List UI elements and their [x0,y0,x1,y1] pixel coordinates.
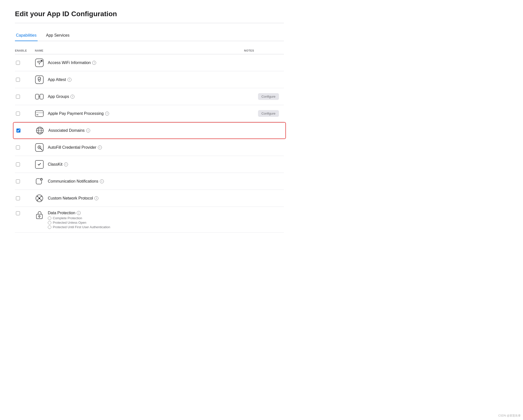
enable-cell-apple-pay [15,112,35,116]
table-header: ENABLE NAME NOTES [15,46,284,54]
label-apple-pay: Apple Pay Payment Processing i [48,111,109,116]
wifi-icon: Q [35,58,44,67]
app-attest-icon [35,75,44,84]
associated-domains-icon [35,126,44,135]
row-autofill: AutoFill Credential Provider i [15,139,284,156]
data-protection-icon [35,211,44,220]
tab-app-services[interactable]: App Services [45,31,70,41]
radio-protected-until-auth[interactable] [48,225,51,229]
custom-network-icon [35,194,44,203]
svg-point-1 [39,63,40,64]
enable-cell-classkit [15,162,35,166]
svg-point-28 [41,196,42,197]
name-cell-access-wifi: Q Access WiFi Information i [35,58,244,67]
enable-cell-autofill [15,145,35,149]
info-associated-domains[interactable]: i [86,129,90,133]
row-associated-domains: Associated Domains i [13,122,286,139]
info-custom-network[interactable]: i [94,196,98,200]
classkit-icon [35,160,44,169]
enable-cell-custom-network [15,196,35,200]
top-divider [15,23,284,23]
autofill-icon [35,143,44,152]
suboption-protected-unless-open[interactable]: Protected Unless Open [48,221,110,224]
svg-text:Q: Q [41,61,43,63]
action-cell-app-groups: Configure [244,93,284,100]
svg-rect-7 [40,94,43,99]
info-autofill[interactable]: i [98,145,102,149]
label-autofill: AutoFill Credential Provider i [48,145,102,150]
svg-rect-6 [35,94,39,99]
enable-cell-app-groups [15,95,35,99]
svg-point-30 [41,200,42,201]
label-access-wifi: Access WiFi Information i [48,61,96,65]
enable-cell-communication-notifications [15,179,35,183]
svg-point-24 [41,179,42,180]
name-cell-classkit: ClassKit i [35,160,244,169]
enable-cell-data-protection [15,211,35,215]
checkbox-apple-pay[interactable] [16,112,20,116]
info-apple-pay[interactable]: i [105,112,109,116]
label-data-protection: Data Protection i [48,211,110,215]
enable-cell-access-wifi [15,61,35,65]
data-protection-suboptions: Complete Protection Protected Unless Ope… [48,216,110,229]
name-cell-custom-network: Custom Network Protocol i [35,194,244,203]
name-cell-associated-domains: Associated Domains i [35,126,244,135]
configure-apple-pay[interactable]: Configure [258,110,279,117]
suboption-complete-protection[interactable]: Complete Protection [48,216,110,220]
svg-rect-9 [35,112,43,113]
radio-protected-unless-open[interactable] [48,221,51,224]
row-data-protection: Data Protection i Complete Protection Pr… [15,207,284,233]
svg-line-31 [38,197,39,198]
checkbox-associated-domains[interactable] [16,129,20,133]
label-classkit: ClassKit i [48,162,68,167]
label-app-groups: App Groups i [48,94,74,99]
suboption-protected-until-auth[interactable]: Protected Until First User Authenticatio… [48,225,110,229]
app-groups-icon [35,92,44,101]
radio-complete-protection[interactable] [48,216,51,220]
checkbox-custom-network[interactable] [16,196,20,200]
name-cell-app-groups: App Groups i [35,92,244,101]
svg-point-29 [37,200,38,201]
checkbox-data-protection[interactable] [16,211,20,215]
label-custom-network: Custom Network Protocol i [48,196,98,201]
name-cell-apple-pay: Apple Pay Payment Processing i [35,109,244,118]
col-name: NAME [35,49,244,52]
action-cell-apple-pay: Configure [244,110,284,117]
label-communication-notifications: Communication Notifications i [48,179,104,184]
checkbox-app-attest[interactable] [16,78,20,82]
name-cell-app-attest: App Attest i [35,75,244,84]
row-app-attest: App Attest i [15,71,284,88]
info-access-wifi[interactable]: i [92,61,96,65]
checkbox-classkit[interactable] [16,162,20,166]
name-cell-autofill: AutoFill Credential Provider i [35,143,244,152]
name-cell-data-protection: Data Protection i Complete Protection Pr… [35,211,244,229]
svg-point-36 [39,215,40,217]
row-classkit: ClassKit i [15,156,284,173]
col-enable: ENABLE [15,49,35,52]
info-app-attest[interactable]: i [67,78,71,82]
row-communication-notifications: Communication Notifications i [15,173,284,190]
info-app-groups[interactable]: i [70,95,74,99]
svg-line-34 [40,199,41,200]
page-title: Edit your App ID Configuration [15,10,284,18]
svg-rect-8 [35,111,43,117]
info-communication-notifications[interactable]: i [100,179,104,183]
tab-bar: Capabilities App Services [15,31,284,41]
svg-rect-35 [36,214,42,219]
row-app-groups: App Groups i Configure [15,88,284,105]
col-notes: NOTES [244,49,284,52]
configure-app-groups[interactable]: Configure [258,93,279,100]
communication-notifications-icon [35,177,44,186]
checkbox-communication-notifications[interactable] [16,179,20,183]
row-custom-network: Custom Network Protocol i [15,190,284,207]
label-associated-domains: Associated Domains i [48,128,90,133]
info-classkit[interactable]: i [64,162,68,166]
tab-capabilities[interactable]: Capabilities [15,31,38,41]
row-apple-pay: Apple Pay Payment Processing i Configure [15,105,284,122]
svg-line-32 [40,197,41,198]
checkbox-access-wifi[interactable] [16,61,20,65]
checkbox-autofill[interactable] [16,145,20,149]
info-data-protection[interactable]: i [77,211,81,215]
checkbox-app-groups[interactable] [16,95,20,99]
apple-pay-icon [35,109,44,118]
